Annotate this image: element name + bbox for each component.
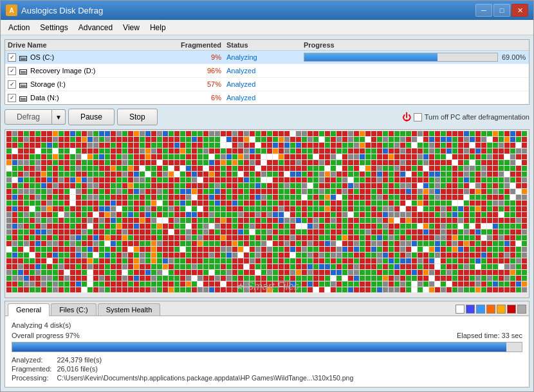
status-value: Analyzed [226,94,304,102]
app-icon: A [6,4,17,16]
legend-red [507,305,516,314]
tab-files[interactable]: Files (C:) [51,303,97,316]
progress-bar-fill [304,53,437,61]
table-row: ✓ 🖴 OS (C:) 9% Analyzing 69.00% [5,51,529,64]
drive-checkbox[interactable]: ✓ [8,80,16,89]
legend-gray [517,305,526,314]
fragmented-value: 57% [162,80,226,88]
legend-white [456,305,465,314]
col-status: Status [226,41,304,49]
tab-content-general: Analyzing 4 disk(s) Overall progress 97%… [5,316,529,387]
main-window: A Auslogics Disk Defrag ─ □ ✕ Action Set… [0,0,534,392]
close-button[interactable]: ✕ [511,4,528,17]
maximize-button[interactable]: □ [493,4,510,17]
tabs-bar: General Files (C:) System Health [5,301,529,316]
tab-general[interactable]: General [8,303,50,316]
drive-table: Drive Name Fragmented Status Progress ✓ … [5,39,529,105]
drive-name-cell: ✓ 🖴 Data (N:) [8,93,162,103]
stop-button[interactable]: Stop [117,109,158,125]
stats-grid: Analyzed: 224,379 file(s) Fragmented: 26… [12,356,522,382]
legend-yellow [497,305,506,314]
fragmented-value: 26,016 file(s) [57,365,522,373]
window-title: Auslogics Disk Defrag [21,6,103,15]
overall-progress-row: Overall progress 97% Elapsed time: 33 se… [12,332,522,339]
menu-advanced[interactable]: Advanced [73,22,118,33]
drive-label: Storage (I:) [30,80,66,88]
drive-icon: 🖴 [19,52,28,62]
drive-name-cell: ✓ 🖴 OS (C:) [8,52,162,62]
power-icon: ⏻ [402,112,411,122]
title-bar: A Auslogics Disk Defrag ─ □ ✕ [1,1,533,20]
drive-label: Recovery Image (D:) [30,67,95,75]
defrag-button[interactable]: Defrag [5,109,52,125]
col-progress: Progress [304,41,526,49]
status-value: Analyzed [226,80,304,88]
drive-name-cell: ✓ 🖴 Recovery Image (D:) [8,66,162,76]
table-row: ✓ 🖴 Recovery Image (D:) 96% Analyzed [5,64,529,78]
title-bar-controls: ─ □ ✕ [475,4,528,17]
legend-orange [486,305,495,314]
table-row: ✓ 🖴 Data (N:) 6% Analyzed [5,91,529,104]
turn-off-checkbox[interactable] [414,113,422,121]
fragmented-value: 9% [162,53,226,61]
drive-icon: 🖴 [19,93,28,103]
disk-map-canvas [5,130,529,298]
drive-icon: 🖴 [19,79,28,89]
legend-icons [456,305,526,316]
defrag-btn-group: Defrag ▼ [5,109,66,125]
menu-view[interactable]: View [118,22,145,33]
progress-pct: 69.00% [502,53,526,61]
overall-progress-bar [12,342,522,352]
turn-off-label: Turn off PC after defragmentation [425,113,529,121]
progress-cell: 69.00% [304,53,526,62]
toolbar: Defrag ▼ Pause Stop ⏻ Turn off PC after … [5,107,529,127]
menu-settings[interactable]: Settings [35,22,73,33]
elapsed-label: Elapsed time: 33 sec [457,332,522,339]
drive-name-cell: ✓ 🖴 Storage (I:) [8,79,162,89]
menu-help[interactable]: Help [145,22,171,33]
pause-button[interactable]: Pause [68,109,115,125]
col-fragmented: Fragmented [162,41,226,49]
status-value: Analyzing [226,53,304,61]
analyzing-text: Analyzing 4 disk(s) [12,321,522,329]
content-area: Drive Name Fragmented Status Progress ✓ … [1,35,533,391]
fragmented-value: 6% [162,94,226,102]
menu-action[interactable]: Action [3,22,35,33]
drive-checkbox[interactable]: ✓ [8,67,16,75]
fragmented-label: Fragmented: [12,365,51,373]
table-row: ✓ 🖴 Storage (I:) 57% Analyzed [5,78,529,91]
menu-bar: Action Settings Advanced View Help [1,20,533,35]
bottom-panel: General Files (C:) System Health Analyzi… [5,301,529,388]
analyzed-value: 224,379 file(s) [57,356,522,364]
title-bar-left: A Auslogics Disk Defrag [6,4,103,16]
col-drive-name: Drive Name [8,41,162,49]
overall-progress-fill [12,343,506,352]
drive-checkbox[interactable]: ✓ [8,94,16,102]
disk-map: ★ Smart Files [5,129,529,298]
processing-label: Processing: [12,374,51,382]
drive-checkbox[interactable]: ✓ [8,53,16,62]
analyzed-label: Analyzed: [12,356,51,364]
tab-system-health[interactable]: System Health [98,303,161,316]
drive-icon: 🖴 [19,66,28,76]
drive-table-header: Drive Name Fragmented Status Progress [5,40,529,51]
processing-value: C:\Users\Kevin\Documents\hp.applications… [57,374,522,382]
minimize-button[interactable]: ─ [475,4,492,17]
overall-label: Overall progress 97% [12,332,80,339]
status-value: Analyzed [226,67,304,75]
fragmented-value: 96% [162,67,226,75]
drive-label: Data (N:) [30,94,59,102]
defrag-dropdown-button[interactable]: ▼ [52,109,66,125]
drive-label: OS (C:) [30,53,54,61]
turn-off-area: ⏻ Turn off PC after defragmentation [402,112,529,122]
legend-blue-dark [466,305,475,314]
progress-bar-bg [304,53,498,62]
legend-blue-light [476,305,485,314]
